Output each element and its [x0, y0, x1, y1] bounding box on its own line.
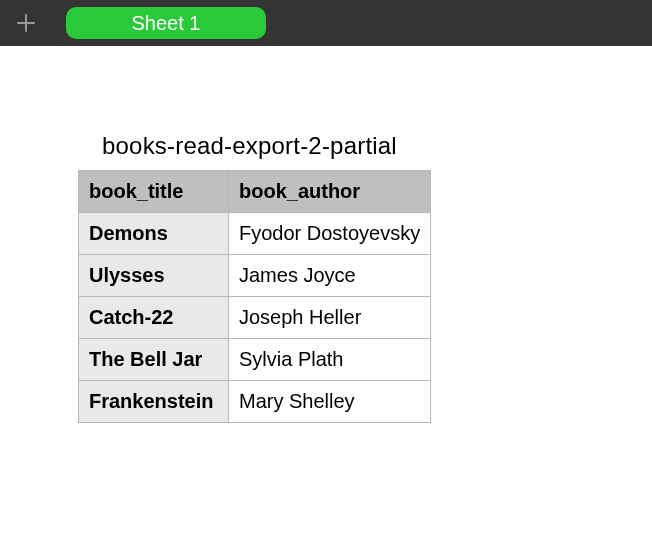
cell-book-author[interactable]: Mary Shelley [229, 381, 431, 423]
table-row: The Bell Jar Sylvia Plath [79, 339, 431, 381]
sheet-tabbar: Sheet 1 [0, 0, 652, 46]
add-sheet-button[interactable] [14, 11, 38, 35]
spreadsheet-canvas[interactable]: books-read-export-2-partial book_title b… [0, 46, 652, 423]
column-header-book-author[interactable]: book_author [229, 171, 431, 213]
cell-book-title[interactable]: Demons [79, 213, 229, 255]
data-table: book_title book_author Demons Fyodor Dos… [78, 170, 431, 423]
table-header-row: book_title book_author [79, 171, 431, 213]
table-row: Catch-22 Joseph Heller [79, 297, 431, 339]
table-row: Frankenstein Mary Shelley [79, 381, 431, 423]
sheet-tab-1[interactable]: Sheet 1 [66, 7, 266, 39]
column-header-book-title[interactable]: book_title [79, 171, 229, 213]
cell-book-author[interactable]: Joseph Heller [229, 297, 431, 339]
plus-icon [17, 14, 35, 32]
cell-book-author[interactable]: Fyodor Dostoyevsky [229, 213, 431, 255]
table-title[interactable]: books-read-export-2-partial [102, 132, 652, 160]
cell-book-title[interactable]: Frankenstein [79, 381, 229, 423]
cell-book-title[interactable]: Catch-22 [79, 297, 229, 339]
cell-book-author[interactable]: Sylvia Plath [229, 339, 431, 381]
cell-book-title[interactable]: The Bell Jar [79, 339, 229, 381]
cell-book-title[interactable]: Ulysses [79, 255, 229, 297]
cell-book-author[interactable]: James Joyce [229, 255, 431, 297]
table-row: Demons Fyodor Dostoyevsky [79, 213, 431, 255]
table-row: Ulysses James Joyce [79, 255, 431, 297]
